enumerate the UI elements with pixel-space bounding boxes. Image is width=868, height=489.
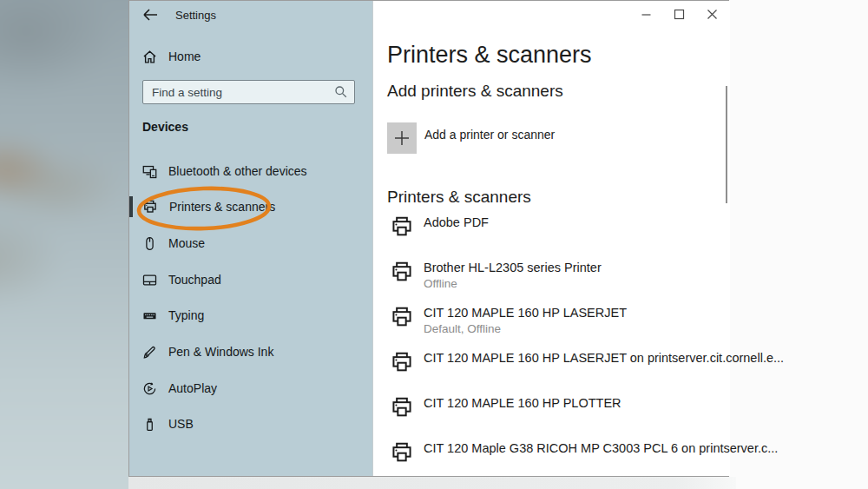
sidebar-item-pen-windows-ink[interactable]: Pen & Windows Ink — [129, 334, 372, 369]
sidebar-item-label: Touchpad — [168, 273, 221, 287]
search-icon — [334, 85, 348, 99]
sidebar-item-touchpad[interactable]: Touchpad — [129, 262, 372, 297]
window-controls — [629, 1, 728, 27]
minimize-button[interactable] — [629, 1, 662, 27]
printer-status: Offline — [424, 277, 602, 290]
autoplay-icon — [142, 381, 157, 396]
home-icon — [142, 50, 157, 64]
usb-icon — [142, 417, 157, 432]
search-box — [142, 80, 355, 104]
printer-icon — [390, 395, 414, 439]
printer-list-item[interactable]: Brother HL-L2305 series PrinterOffline — [374, 259, 730, 304]
sidebar-item-label: Pen & Windows Ink — [168, 345, 273, 359]
printer-name: CIT 120 MAPLE 160 HP LASERJET — [424, 306, 627, 320]
printer-name: CIT 120 MAPLE 160 HP PLOTTER — [424, 396, 621, 410]
printer-status: Default, Offline — [424, 322, 627, 335]
mouse-icon — [142, 236, 157, 251]
printer-list-item[interactable]: Adobe PDF — [374, 214, 730, 259]
printer-name: Brother HL-L2305 series Printer — [424, 261, 602, 274]
sidebar-item-mouse[interactable]: Mouse — [129, 226, 372, 261]
keyboard-icon — [142, 308, 157, 323]
printer-list-item[interactable]: CIT 120 MAPLE 160 HP LASERJETDefault, Of… — [374, 304, 730, 349]
close-button[interactable] — [695, 1, 728, 27]
scrollbar[interactable] — [726, 86, 727, 203]
sidebar-item-typing[interactable]: Typing — [129, 298, 372, 333]
printer-name: Adobe PDF — [424, 215, 489, 229]
sidebar-item-label: Typing — [168, 308, 204, 322]
printer-list-item[interactable]: CIT 120 MAPLE 160 HP PLOTTER — [374, 394, 730, 439]
printer-icon — [390, 305, 414, 349]
sidebar-item-label: USB — [168, 417, 194, 431]
sidebar-section-header: Devices — [142, 120, 188, 134]
printer-icon — [390, 350, 414, 394]
sidebar-item-label: Mouse — [168, 236, 205, 250]
maximize-icon — [674, 9, 685, 20]
window-title: Settings — [175, 9, 216, 22]
printer-name: CIT 120 Maple G38 RICOH MP C3003 PCL 6 o… — [424, 441, 778, 455]
add-printer-button[interactable] — [387, 122, 417, 154]
desktop-backdrop — [0, 0, 128, 489]
plus-icon — [392, 129, 411, 148]
printer-list-item[interactable]: CIT 120 Maple G38 RICOH MP C3003 PCL 6 o… — [374, 439, 730, 485]
settings-main-pane: Printers & scanners Add printers & scann… — [374, 1, 730, 476]
back-button[interactable] — [141, 7, 162, 24]
settings-window: Settings Home Devices Bluetooth & other … — [128, 0, 729, 477]
sidebar-item-home[interactable]: Home — [129, 39, 372, 74]
search-input[interactable] — [143, 81, 354, 103]
pen-icon — [142, 345, 157, 360]
minimize-icon — [641, 9, 652, 20]
add-printer-label: Add a printer or scanner — [424, 128, 555, 142]
printer-list-item[interactable]: CIT 120 MAPLE 160 HP LASERJET on printse… — [374, 349, 730, 394]
printer-icon — [142, 199, 158, 215]
printer-list-title: Printers & scanners — [387, 188, 531, 207]
maximize-button[interactable] — [662, 1, 695, 27]
sidebar-item-autoplay[interactable]: AutoPlay — [129, 371, 372, 406]
page-title: Printers & scanners — [387, 42, 592, 69]
close-icon — [707, 9, 718, 20]
selected-indicator — [129, 196, 133, 217]
sidebar-item-label: AutoPlay — [168, 381, 217, 395]
printer-icon — [390, 215, 414, 259]
settings-sidebar: Settings Home Devices Bluetooth & other … — [129, 1, 373, 476]
printer-icon — [390, 260, 414, 304]
sidebar-item-printers-scanners[interactable]: Printers & scanners — [129, 189, 372, 224]
add-section-title: Add printers & scanners — [387, 82, 563, 101]
printer-name: CIT 120 MAPLE 160 HP LASERJET on printse… — [424, 351, 784, 365]
sidebar-item-label: Printers & scanners — [169, 200, 275, 214]
screen: Settings Home Devices Bluetooth & other … — [0, 0, 868, 489]
touchpad-icon — [142, 273, 157, 287]
sidebar-item-usb[interactable]: USB — [129, 406, 372, 441]
sidebar-item-bluetooth-other-devices[interactable]: Bluetooth & other devices — [129, 154, 372, 188]
sidebar-item-label: Home — [168, 50, 201, 63]
sidebar-item-label: Bluetooth & other devices — [168, 164, 307, 178]
back-arrow-icon — [141, 7, 162, 23]
bluetooth-devices-icon — [142, 164, 157, 179]
printer-icon — [390, 440, 414, 485]
